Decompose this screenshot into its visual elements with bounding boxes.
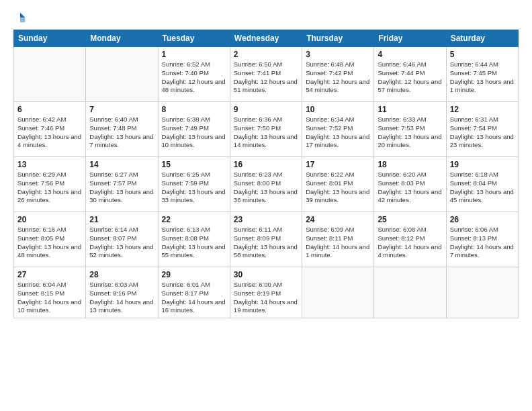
calendar-cell: 24Sunrise: 6:09 AMSunset: 8:11 PMDayligh… (302, 212, 374, 267)
day-info: Sunrise: 6:29 AMSunset: 7:56 PMDaylight:… (17, 171, 82, 205)
calendar-cell (14, 47, 86, 102)
day-number: 29 (162, 270, 226, 279)
calendar-cell: 6Sunrise: 6:42 AMSunset: 7:46 PMDaylight… (14, 102, 86, 157)
day-info: Sunrise: 6:18 AMSunset: 8:04 PMDaylight:… (450, 171, 515, 205)
day-info: Sunrise: 6:46 AMSunset: 7:44 PMDaylight:… (378, 60, 442, 95)
week-row-3: 13Sunrise: 6:29 AMSunset: 7:56 PMDayligh… (14, 157, 519, 212)
day-number: 12 (450, 105, 515, 114)
calendar-cell: 30Sunrise: 6:00 AMSunset: 8:19 PMDayligh… (230, 267, 302, 318)
calendar-cell: 25Sunrise: 6:08 AMSunset: 8:12 PMDayligh… (374, 212, 446, 267)
calendar-cell: 26Sunrise: 6:06 AMSunset: 8:13 PMDayligh… (446, 212, 518, 267)
calendar-cell: 1Sunrise: 6:52 AMSunset: 7:40 PMDaylight… (158, 47, 230, 102)
day-info: Sunrise: 6:50 AMSunset: 7:41 PMDaylight:… (234, 60, 298, 95)
calendar-cell: 13Sunrise: 6:29 AMSunset: 7:56 PMDayligh… (14, 157, 86, 212)
day-number: 4 (378, 50, 442, 59)
day-info: Sunrise: 6:11 AMSunset: 8:09 PMDaylight:… (234, 226, 298, 260)
day-info: Sunrise: 6:31 AMSunset: 7:54 PMDaylight:… (450, 116, 515, 150)
day-number: 24 (306, 215, 370, 224)
calendar-cell: 7Sunrise: 6:40 AMSunset: 7:48 PMDaylight… (86, 102, 158, 157)
day-info: Sunrise: 6:33 AMSunset: 7:53 PMDaylight:… (378, 116, 442, 150)
day-info: Sunrise: 6:13 AMSunset: 8:08 PMDaylight:… (162, 226, 226, 260)
day-info: Sunrise: 6:00 AMSunset: 8:19 PMDaylight:… (234, 281, 298, 315)
logo (13, 11, 28, 24)
calendar-cell: 18Sunrise: 6:20 AMSunset: 8:03 PMDayligh… (374, 157, 446, 212)
day-number: 26 (450, 215, 515, 224)
day-number: 27 (17, 270, 82, 279)
day-number: 18 (378, 160, 442, 169)
day-info: Sunrise: 6:38 AMSunset: 7:49 PMDaylight:… (162, 116, 226, 150)
day-info: Sunrise: 6:44 AMSunset: 7:45 PMDaylight:… (450, 60, 515, 95)
day-info: Sunrise: 6:09 AMSunset: 8:11 PMDaylight:… (306, 226, 370, 260)
weekday-friday: Friday (374, 30, 446, 47)
day-number: 25 (378, 215, 442, 224)
day-number: 14 (89, 160, 154, 169)
header (13, 11, 519, 24)
day-info: Sunrise: 6:14 AMSunset: 8:07 PMDaylight:… (89, 226, 154, 260)
calendar-cell: 14Sunrise: 6:27 AMSunset: 7:57 PMDayligh… (86, 157, 158, 212)
day-number: 21 (89, 215, 154, 224)
week-row-5: 27Sunrise: 6:04 AMSunset: 8:15 PMDayligh… (14, 267, 519, 318)
weekday-monday: Monday (86, 30, 158, 47)
week-row-2: 6Sunrise: 6:42 AMSunset: 7:46 PMDaylight… (14, 102, 519, 157)
week-row-1: 1Sunrise: 6:52 AMSunset: 7:40 PMDaylight… (14, 47, 519, 102)
calendar-cell: 21Sunrise: 6:14 AMSunset: 8:07 PMDayligh… (86, 212, 158, 267)
day-number: 1 (162, 50, 226, 59)
calendar-cell (86, 47, 158, 102)
week-row-4: 20Sunrise: 6:16 AMSunset: 8:05 PMDayligh… (14, 212, 519, 267)
calendar-cell: 28Sunrise: 6:03 AMSunset: 8:16 PMDayligh… (86, 267, 158, 318)
calendar-cell: 8Sunrise: 6:38 AMSunset: 7:49 PMDaylight… (158, 102, 230, 157)
day-number: 30 (234, 270, 298, 279)
calendar-cell: 3Sunrise: 6:48 AMSunset: 7:42 PMDaylight… (302, 47, 374, 102)
day-info: Sunrise: 6:22 AMSunset: 8:01 PMDaylight:… (306, 171, 370, 205)
day-number: 13 (17, 160, 82, 169)
day-number: 17 (306, 160, 370, 169)
calendar-cell: 22Sunrise: 6:13 AMSunset: 8:08 PMDayligh… (158, 212, 230, 267)
calendar-table: SundayMondayTuesdayWednesdayThursdayFrid… (13, 30, 519, 318)
weekday-sunday: Sunday (14, 30, 86, 47)
calendar-cell: 2Sunrise: 6:50 AMSunset: 7:41 PMDaylight… (230, 47, 302, 102)
day-number: 8 (162, 105, 226, 114)
day-number: 20 (17, 215, 82, 224)
day-number: 6 (17, 105, 82, 114)
weekday-thursday: Thursday (302, 30, 374, 47)
day-info: Sunrise: 6:48 AMSunset: 7:42 PMDaylight:… (306, 60, 370, 95)
calendar-cell (446, 267, 518, 318)
day-info: Sunrise: 6:01 AMSunset: 8:17 PMDaylight:… (162, 281, 226, 315)
day-number: 28 (89, 270, 154, 279)
calendar-cell: 27Sunrise: 6:04 AMSunset: 8:15 PMDayligh… (14, 267, 86, 318)
day-info: Sunrise: 6:40 AMSunset: 7:48 PMDaylight:… (89, 116, 154, 150)
day-number: 10 (306, 105, 370, 114)
day-number: 16 (234, 160, 298, 169)
weekday-tuesday: Tuesday (158, 30, 230, 47)
day-info: Sunrise: 6:20 AMSunset: 8:03 PMDaylight:… (378, 171, 442, 205)
day-info: Sunrise: 6:25 AMSunset: 7:59 PMDaylight:… (162, 171, 226, 205)
day-info: Sunrise: 6:52 AMSunset: 7:40 PMDaylight:… (162, 60, 226, 95)
calendar-cell: 29Sunrise: 6:01 AMSunset: 8:17 PMDayligh… (158, 267, 230, 318)
day-info: Sunrise: 6:27 AMSunset: 7:57 PMDaylight:… (89, 171, 154, 205)
day-info: Sunrise: 6:16 AMSunset: 8:05 PMDaylight:… (17, 226, 82, 260)
day-info: Sunrise: 6:36 AMSunset: 7:50 PMDaylight:… (234, 116, 298, 150)
day-number: 19 (450, 160, 515, 169)
day-info: Sunrise: 6:34 AMSunset: 7:52 PMDaylight:… (306, 116, 370, 150)
logo-icon (14, 11, 26, 24)
day-info: Sunrise: 6:06 AMSunset: 8:13 PMDaylight:… (450, 226, 515, 260)
day-number: 7 (89, 105, 154, 114)
calendar-cell: 11Sunrise: 6:33 AMSunset: 7:53 PMDayligh… (374, 102, 446, 157)
day-info: Sunrise: 6:08 AMSunset: 8:12 PMDaylight:… (378, 226, 442, 260)
calendar-cell: 10Sunrise: 6:34 AMSunset: 7:52 PMDayligh… (302, 102, 374, 157)
calendar-cell: 15Sunrise: 6:25 AMSunset: 7:59 PMDayligh… (158, 157, 230, 212)
calendar-cell (374, 267, 446, 318)
day-number: 2 (234, 50, 298, 59)
day-info: Sunrise: 6:03 AMSunset: 8:16 PMDaylight:… (89, 281, 154, 315)
calendar-cell: 23Sunrise: 6:11 AMSunset: 8:09 PMDayligh… (230, 212, 302, 267)
day-number: 9 (234, 105, 298, 114)
day-info: Sunrise: 6:42 AMSunset: 7:46 PMDaylight:… (17, 116, 82, 150)
calendar-cell (302, 267, 374, 318)
calendar-cell: 16Sunrise: 6:23 AMSunset: 8:00 PMDayligh… (230, 157, 302, 212)
day-number: 3 (306, 50, 370, 59)
day-info: Sunrise: 6:04 AMSunset: 8:15 PMDaylight:… (17, 281, 82, 315)
calendar-cell: 17Sunrise: 6:22 AMSunset: 8:01 PMDayligh… (302, 157, 374, 212)
day-number: 11 (378, 105, 442, 114)
day-number: 22 (162, 215, 226, 224)
calendar-cell: 9Sunrise: 6:36 AMSunset: 7:50 PMDaylight… (230, 102, 302, 157)
